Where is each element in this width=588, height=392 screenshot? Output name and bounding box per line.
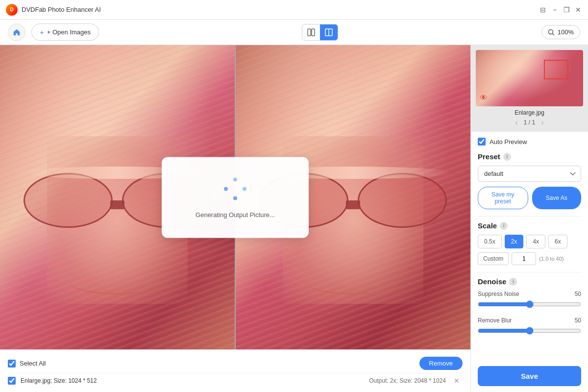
spinner-dot-1 — [233, 177, 237, 181]
sunglass-right-right — [358, 173, 447, 228]
file-size: Size: 1024 * 512 — [53, 377, 97, 384]
svg-line-5 — [552, 33, 554, 35]
main-content: Generating Output Picture... Select All … — [0, 45, 588, 392]
loading-overlay: Generating Output Picture... — [162, 157, 309, 238]
suppress-noise-value: 50 — [575, 291, 581, 297]
titlebar-left: D DVDFab Photo Enhancer AI — [6, 4, 101, 16]
spinner-dot-3 — [243, 187, 246, 191]
eye-icon: 👁 — [480, 94, 488, 102]
file-list: Select All Remove Enlarge.jpg; Size: 102… — [0, 349, 470, 392]
spinner-dot-2 — [224, 187, 228, 191]
sunglass-left-left — [24, 173, 113, 228]
denoise-info-icon[interactable]: i — [509, 278, 517, 286]
app-title: DVDFab Photo Enhancer AI — [22, 6, 101, 13]
select-all-label: Select All — [20, 360, 46, 367]
open-images-button[interactable]: + + Open Images — [31, 24, 99, 41]
suppress-noise-slider-row: Suppress Noise 50 — [478, 291, 581, 310]
select-all-left: Select All — [8, 360, 46, 368]
divider-1 — [478, 216, 581, 217]
image-area: Generating Output Picture... Select All … — [0, 45, 470, 392]
scale-custom-row: Custom (1.0 to 40) — [478, 252, 581, 265]
file-info: Enlarge.jpg; Size: 1024 * 512 — [21, 377, 364, 384]
sunglass-bridge-right — [346, 200, 360, 210]
next-page-button[interactable]: › — [541, 118, 543, 127]
split-view-button[interactable] — [302, 24, 320, 40]
open-images-label: + Open Images — [47, 28, 91, 36]
plus-icon: + — [40, 28, 44, 36]
view-toggle — [302, 24, 338, 41]
svg-rect-0 — [308, 29, 311, 36]
thumbnail-image: 👁 — [476, 50, 583, 106]
titlebar: D DVDFab Photo Enhancer AI ⊟ − ❐ ✕ — [0, 0, 588, 20]
preset-dropdown[interactable]: default portrait landscape custom — [478, 166, 581, 182]
toolbar: + + Open Images 100% — [0, 20, 588, 45]
scale-section: Scale i 0.5x 2x 4x 6x Custom (1.0 to 40) — [478, 221, 581, 265]
file-name: Enlarge.jpg — [21, 377, 50, 384]
home-icon — [12, 28, 21, 37]
scale-info-icon[interactable]: i — [500, 222, 508, 230]
remove-blur-value: 50 — [575, 317, 581, 324]
svg-point-4 — [548, 29, 553, 34]
scale-buttons: 0.5x 2x 4x 6x — [478, 235, 581, 248]
remove-blur-slider[interactable] — [478, 327, 581, 335]
window-controls: ⊟ − ❐ ✕ — [539, 6, 582, 14]
thumbnail-selection-rect — [544, 60, 568, 79]
remove-blur-label: Remove Blur — [478, 317, 512, 324]
zoom-icon — [548, 29, 555, 36]
save-button[interactable]: Save — [478, 366, 581, 386]
scale-custom-input[interactable] — [512, 252, 536, 265]
prev-page-button[interactable]: ‹ — [515, 118, 517, 127]
file-checkbox[interactable] — [8, 377, 16, 385]
zoom-level: 100% — [558, 28, 574, 36]
scale-btn-2x[interactable]: 2x — [505, 235, 524, 248]
denoise-section-header: Denoise i — [478, 277, 581, 286]
thumbnail-area: 👁 Enlarge.jpg ‹ 1 / 1 › — [471, 45, 588, 132]
remove-blur-slider-row: Remove Blur 50 — [478, 317, 581, 337]
remove-blur-label-row: Remove Blur 50 — [478, 317, 581, 324]
restore-button[interactable]: ❐ — [563, 6, 570, 14]
scale-btn-0.5x[interactable]: 0.5x — [478, 235, 502, 248]
app-logo: D — [6, 4, 18, 16]
suppress-noise-slider[interactable] — [478, 300, 581, 308]
overlay-view-button[interactable] — [320, 24, 338, 40]
zoom-control[interactable]: 100% — [541, 25, 580, 39]
divider-2 — [478, 272, 581, 272]
preset-title: Preset — [478, 152, 500, 161]
save-section: Save — [471, 366, 588, 386]
suppress-noise-label-row: Suppress Noise 50 — [478, 291, 581, 297]
split-view-icon — [307, 28, 315, 36]
scale-section-header: Scale i — [478, 221, 581, 230]
auto-preview-label: Auto Preview — [490, 138, 527, 146]
scale-title: Scale — [478, 221, 497, 230]
overlay-view-icon — [325, 28, 333, 36]
page-info: 1 / 1 — [524, 119, 535, 126]
scale-range-label: (1.0 to 40) — [539, 256, 564, 262]
select-all-row: Select All Remove — [8, 354, 463, 373]
remove-button[interactable]: Remove — [419, 357, 463, 370]
scale-custom-button[interactable]: Custom — [478, 252, 509, 265]
save-my-preset-button[interactable]: Save my preset — [478, 187, 528, 209]
minimize-button[interactable]: − — [551, 6, 559, 14]
toolbar-left: + + Open Images — [8, 24, 99, 41]
select-all-checkbox[interactable] — [8, 360, 16, 368]
image-container: Generating Output Picture... — [0, 45, 470, 349]
close-button[interactable]: ✕ — [574, 6, 582, 14]
thumbnail-filename: Enlarge.jpg — [476, 109, 583, 116]
file-close-button[interactable]: ✕ — [451, 376, 463, 386]
right-panel: 👁 Enlarge.jpg ‹ 1 / 1 › Auto Preview Pre… — [470, 45, 588, 392]
home-button[interactable] — [8, 24, 25, 41]
file-output: Output: 2x; Size: 2048 * 1024 — [369, 377, 446, 384]
loading-spinner — [223, 176, 247, 201]
preset-info-icon[interactable]: i — [503, 153, 511, 161]
denoise-title: Denoise — [478, 277, 506, 286]
page-navigation: ‹ 1 / 1 › — [476, 118, 583, 127]
scale-btn-4x[interactable]: 4x — [526, 235, 545, 248]
spinner-dot-4 — [233, 196, 237, 200]
auto-preview-checkbox[interactable] — [478, 138, 486, 146]
denoise-section: Denoise i Suppress Noise 50 Remove Blur … — [478, 277, 581, 337]
svg-rect-1 — [312, 29, 315, 36]
filter-button[interactable]: ⊟ — [539, 6, 547, 14]
scale-btn-6x[interactable]: 6x — [548, 235, 567, 248]
sunglass-bridge-left — [110, 200, 124, 210]
save-as-button[interactable]: Save As — [532, 187, 582, 209]
